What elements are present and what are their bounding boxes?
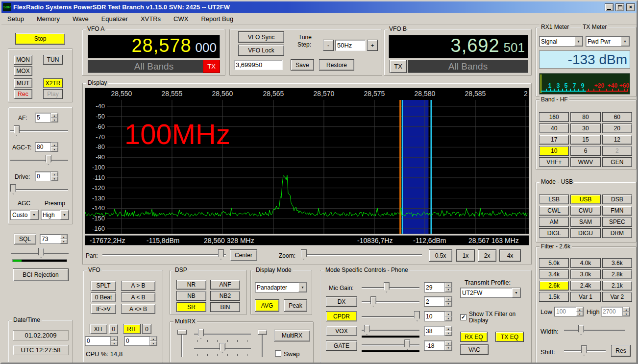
rec-button[interactable]: Rec (14, 89, 32, 99)
filter-button-var-2[interactable]: Var 2 (602, 292, 632, 302)
spinner-down-icon[interactable]: ▼ (60, 239, 67, 243)
spinner-up-icon[interactable]: ▲ (576, 307, 583, 312)
multirx-hslider-2-thumb[interactable] (220, 343, 225, 353)
peak-button[interactable]: Peak (284, 299, 307, 312)
mode-button-fmn[interactable]: FMN (602, 206, 632, 216)
mode-button-am[interactable]: AM (539, 217, 569, 227)
spinner-down-icon[interactable]: ▼ (445, 316, 452, 321)
band-button-60[interactable]: 60 (602, 112, 632, 122)
multirx-hslider-1-thumb[interactable] (198, 329, 204, 339)
filter-shift-slider[interactable] (564, 345, 606, 356)
spinner-up-icon[interactable]: ▲ (445, 283, 452, 288)
vfo-a-tx-indicator[interactable]: TX (203, 60, 220, 73)
agct-slider[interactable] (10, 155, 68, 165)
filter-button-5.0k[interactable]: 5.0k (539, 258, 569, 268)
filter-button-2.1k[interactable]: 2.1k (602, 281, 632, 291)
minimize-button[interactable] (605, 3, 613, 11)
zoom-1x-button[interactable]: 1x (456, 249, 475, 262)
drive-slider-thumb[interactable] (10, 184, 16, 194)
mode-button-sam[interactable]: SAM (570, 217, 600, 227)
vfo-lock-button[interactable]: VFO Lock (238, 45, 284, 56)
filter-button-4.0k[interactable]: 4.0k (570, 258, 600, 268)
xit-zero-button[interactable]: 0 (109, 324, 118, 334)
filter-low-spinner[interactable]: 100 ▲▼ (554, 307, 584, 316)
memory-frequency-field[interactable]: 3,699950 (234, 60, 283, 70)
sql-spinner[interactable]: 73 ▲▼ (40, 234, 68, 244)
vfo-sync-button[interactable]: VFO Sync (238, 31, 284, 43)
mode-button-usb[interactable]: USB (570, 194, 600, 204)
vox-slider-thumb[interactable] (364, 325, 370, 335)
mode-button-lsb[interactable]: LSB (539, 194, 569, 204)
band-button-12[interactable]: 12 (602, 135, 632, 145)
chevron-down-icon[interactable]: ▼ (298, 283, 307, 292)
spinner-up-icon[interactable]: ▲ (445, 326, 452, 331)
gate-button[interactable]: GATE (326, 340, 357, 351)
zoom-slider-thumb[interactable] (301, 249, 307, 260)
vfo-b-tx-button[interactable]: TX (390, 60, 407, 73)
vfo-button-if-v[interactable]: IF->V (91, 304, 116, 314)
mode-button-digu[interactable]: DIGU (570, 228, 600, 238)
pan-slider-thumb[interactable] (218, 249, 224, 260)
band-button-15[interactable]: 15 (570, 135, 600, 145)
play-button[interactable]: Play (43, 89, 63, 99)
filter-button-3.6k[interactable]: 3.6k (602, 258, 632, 268)
mic-gain-slider[interactable] (362, 282, 419, 292)
filter-button-var-1[interactable]: Var 1 (570, 292, 600, 302)
multirx-button[interactable]: MultiRX (274, 330, 310, 341)
vox-spinner[interactable]: 38 ▲▼ (424, 326, 452, 336)
mic-gain-slider-thumb[interactable] (384, 282, 390, 292)
multirx-vslider-1[interactable] (177, 330, 187, 357)
spinner-up-icon[interactable]: ▲ (150, 337, 157, 341)
close-button[interactable]: × (626, 3, 635, 11)
af-slider[interactable] (10, 125, 68, 136)
mode-button-dsb[interactable]: DSB (602, 194, 632, 204)
sql-slider-thumb[interactable] (38, 248, 44, 258)
filter-button-3.4k[interactable]: 3.4k (539, 269, 569, 279)
rx1-meter-combo[interactable]: Signal▼ (539, 36, 583, 47)
res-button[interactable]: Res (611, 345, 631, 357)
rx-eq-button[interactable]: RX EQ (460, 332, 488, 342)
pan-slider[interactable] (102, 249, 226, 260)
menu-equalizer[interactable]: Equalizer (101, 15, 128, 23)
dsp-button-anf[interactable]: ANF (210, 280, 240, 290)
multirx-vslider-2[interactable] (257, 330, 268, 357)
filter-high-spinner[interactable]: 2700 ▲▼ (601, 307, 630, 316)
spinner-up-icon[interactable]: ▲ (445, 341, 452, 346)
menu-setup[interactable]: Setup (7, 15, 24, 23)
tun-button[interactable]: TUN (43, 55, 63, 65)
band-button-10[interactable]: 10 (539, 146, 569, 156)
mic-gain-spinner[interactable]: 29 ▲▼ (424, 282, 452, 292)
sql-slider[interactable] (11, 248, 69, 258)
sql-button[interactable]: SQL (14, 234, 36, 244)
menu-report-bug[interactable]: Report Bug (201, 15, 233, 23)
stop-button[interactable]: Stop (15, 33, 65, 45)
spinner-down-icon[interactable]: ▼ (51, 118, 58, 122)
filter-width-slider[interactable] (564, 325, 625, 335)
spinner-up-icon[interactable]: ▲ (623, 307, 630, 312)
gate-spinner[interactable]: -18 ▲▼ (424, 340, 452, 351)
filter-button-2.6k[interactable]: 2.6k (539, 281, 569, 291)
chevron-down-icon[interactable]: ▼ (621, 37, 629, 46)
spinner-down-icon[interactable]: ▼ (111, 341, 118, 345)
multirx-vslider-1-thumb[interactable] (177, 330, 187, 335)
x2tr-button[interactable]: X2TR (43, 78, 63, 88)
filter-button-3.0k[interactable]: 3.0k (570, 269, 600, 279)
chevron-down-icon[interactable]: ▼ (574, 37, 583, 46)
chevron-down-icon[interactable]: ▼ (512, 288, 520, 297)
restore-button[interactable]: Restore (319, 59, 354, 71)
filter-button-2.8k[interactable]: 2.8k (602, 269, 632, 279)
band-button-160[interactable]: 160 (539, 112, 569, 122)
panadapter-spectrum[interactable]: 28,55028,55528,56028,56528,57028,57528,5… (85, 88, 529, 234)
dsp-button-nb[interactable]: NB (176, 291, 206, 301)
menu-memory[interactable]: Memory (37, 15, 60, 23)
vac-button[interactable]: VAC (460, 344, 489, 355)
mode-button-digl[interactable]: DIGL (539, 228, 569, 238)
mut-button[interactable]: MUT (14, 78, 32, 88)
zoom-2x-button[interactable]: 2x (478, 249, 496, 262)
spinner-up-icon[interactable]: ▲ (60, 235, 67, 239)
chevron-down-icon[interactable]: ▼ (30, 210, 38, 219)
spinner-down-icon[interactable]: ▼ (445, 302, 452, 307)
spinner-down-icon[interactable]: ▼ (623, 312, 630, 316)
band-button-2[interactable]: 2 (602, 146, 632, 156)
spinner-up-icon[interactable]: ▲ (51, 143, 58, 147)
